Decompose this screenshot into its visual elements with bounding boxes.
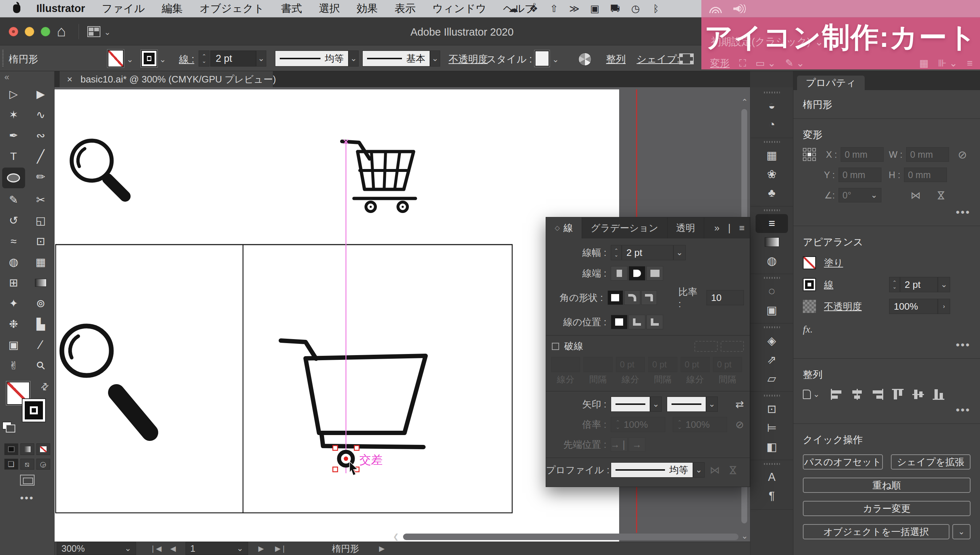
menu-item-2[interactable]: 編集 bbox=[161, 2, 183, 16]
export-icon[interactable]: ⇗ bbox=[750, 350, 793, 369]
home-icon[interactable]: ⌂ bbox=[57, 22, 66, 40]
stroke-swatch[interactable] bbox=[803, 278, 816, 291]
menu-item-6[interactable]: 効果 bbox=[357, 2, 378, 16]
shape-link[interactable]: シェイプ: bbox=[637, 53, 679, 66]
select-similar-button[interactable]: オブジェクトを一括選択 bbox=[803, 524, 949, 539]
style-swatch[interactable] bbox=[535, 51, 549, 66]
tool-pen-tool[interactable]: ✒ bbox=[0, 125, 27, 146]
tab-gradient[interactable]: グラデーション bbox=[582, 217, 668, 238]
stroke-label[interactable]: 線 : bbox=[179, 53, 194, 66]
tool-width-tool[interactable]: ≈ bbox=[0, 231, 27, 252]
fx-label[interactable]: fx. bbox=[803, 324, 970, 335]
align-icon-4[interactable] bbox=[912, 388, 924, 400]
tool-curvature-tool[interactable]: ∾ bbox=[27, 125, 55, 146]
butt-cap-button[interactable] bbox=[611, 266, 628, 281]
angle-field[interactable]: 0°⌄ bbox=[838, 188, 882, 202]
dashed-line-checkbox[interactable] bbox=[552, 343, 559, 350]
tool-rotate-tool[interactable]: ↺ bbox=[0, 210, 27, 231]
menu-item-7[interactable]: 表示 bbox=[395, 2, 416, 16]
profile-chevron[interactable]: ⌄ bbox=[693, 462, 705, 478]
dash-preset-2-icon[interactable] bbox=[721, 341, 744, 352]
drag-dots-icon[interactable] bbox=[764, 141, 780, 143]
stroke-icon[interactable]: ≡ bbox=[756, 214, 788, 233]
projecting-cap-button[interactable] bbox=[647, 266, 663, 281]
appearance-icon[interactable]: ◌ bbox=[750, 282, 793, 301]
first-artboard-icon[interactable]: ❘◀ bbox=[150, 542, 161, 555]
drag-dots-icon[interactable] bbox=[764, 209, 780, 211]
status-play-icon[interactable]: ▶ bbox=[379, 542, 385, 555]
stroke-width-dropdown[interactable]: ⌄ bbox=[938, 277, 950, 292]
color-guide-icon[interactable]: ◔ bbox=[750, 115, 793, 134]
tool-magic-wand-tool[interactable]: ✶ bbox=[0, 104, 27, 125]
tool-column-graph-tool[interactable]: ▙ bbox=[27, 314, 55, 334]
tool-selection-tool[interactable]: ▷ bbox=[0, 83, 27, 104]
menu-item-1[interactable]: ファイル bbox=[102, 2, 145, 16]
tool-gradient-tool[interactable] bbox=[27, 272, 55, 293]
tool-paintbrush-tool[interactable]: ✏ bbox=[27, 167, 55, 187]
tool-ellipse-tool[interactable] bbox=[2, 168, 25, 188]
document-tab[interactable]: × basic10.ai* @ 300% (CMYK/GPU プレビュー) bbox=[60, 71, 273, 87]
arrow-scale-2-field[interactable]: ⌃⌄100% bbox=[673, 417, 727, 432]
width-profile-chevron[interactable]: ⌄ bbox=[349, 51, 359, 66]
stroke-swatch[interactable] bbox=[141, 50, 157, 67]
zoom-window-button[interactable] bbox=[41, 27, 50, 36]
recolor-artwork-icon[interactable] bbox=[578, 53, 592, 66]
tool-eyedropper-tool[interactable]: ✦ bbox=[0, 293, 27, 314]
stroke-width-stepper[interactable]: ⌃⌄ bbox=[889, 277, 900, 292]
align-panel-icon[interactable]: ⊨ bbox=[750, 418, 793, 437]
select-similar-chevron[interactable]: ⌄ bbox=[953, 524, 970, 539]
tool-zoom-tool[interactable]: ⚲ bbox=[27, 355, 55, 376]
align-icon-5[interactable] bbox=[932, 388, 945, 400]
close-window-button[interactable] bbox=[9, 27, 18, 36]
tool-hand-tool[interactable]: ✌ bbox=[0, 355, 27, 376]
double-chevron-icon[interactable]: » bbox=[714, 223, 719, 234]
tool-symbol-sprayer-tool[interactable]: ❉ bbox=[0, 314, 27, 334]
weight-dropdown[interactable]: ⌄ bbox=[673, 245, 686, 260]
transparency-icon[interactable]: ◍ bbox=[750, 251, 793, 270]
dash-value-field-0[interactable] bbox=[551, 357, 580, 372]
offset-path-button[interactable]: パスのオフセット bbox=[803, 454, 883, 470]
menu-item-0[interactable]: Illustrator bbox=[36, 3, 85, 14]
opacity-label[interactable]: 不透明度 bbox=[824, 300, 862, 313]
dash-value-field-3[interactable]: 0 pt bbox=[648, 357, 677, 372]
transform-more-options[interactable]: ••• bbox=[803, 206, 970, 218]
tool-artboard-tool[interactable]: ▣ bbox=[0, 334, 27, 355]
tool-shape-builder-tool[interactable]: ◍ bbox=[0, 252, 27, 272]
stroke-width-field[interactable]: 2 pt bbox=[900, 277, 938, 292]
tool-free-transform-tool[interactable]: ⊡ bbox=[27, 231, 55, 252]
opacity-options-icon[interactable]: › bbox=[938, 299, 950, 314]
tool-slice-tool[interactable]: ∕ bbox=[27, 334, 55, 355]
swatches-icon[interactable]: ▦ bbox=[750, 146, 793, 165]
color-mode-button[interactable] bbox=[4, 443, 18, 455]
tool-scissors-tool[interactable]: ✂ bbox=[27, 189, 55, 210]
wifi-icon[interactable] bbox=[710, 4, 722, 13]
edit-toolbar-icon[interactable]: ••• bbox=[0, 492, 54, 504]
expand-shape-button[interactable]: シェイプを拡張 bbox=[891, 454, 971, 470]
paragraph-icon[interactable]: ¶ bbox=[750, 487, 793, 505]
stroke-color-chip[interactable] bbox=[22, 398, 46, 422]
align-icon-1[interactable] bbox=[851, 388, 863, 400]
bluetooth-icon[interactable]: ᛒ bbox=[650, 3, 661, 14]
transform-panel-icon[interactable]: ⊡ bbox=[750, 399, 793, 418]
tool-mesh-tool[interactable]: ⊞ bbox=[0, 272, 27, 293]
align-icon-0[interactable] bbox=[830, 388, 843, 400]
recolor-button[interactable]: カラー変更 bbox=[803, 501, 970, 516]
fast-forward-icon[interactable]: ≫ bbox=[569, 3, 580, 14]
close-tab-icon[interactable]: × bbox=[67, 74, 72, 85]
round-cap-button[interactable] bbox=[629, 266, 645, 281]
fill-swatch[interactable] bbox=[108, 50, 124, 67]
dropbox-icon[interactable]: ❖ bbox=[528, 3, 539, 14]
none-mode-button[interactable] bbox=[36, 443, 50, 455]
chevron-down-icon[interactable]: ⌄ bbox=[159, 55, 166, 64]
tool-type-tool[interactable]: T bbox=[0, 146, 27, 167]
dash-value-field-5[interactable]: 0 pt bbox=[713, 357, 742, 372]
width-profile-dropdown[interactable]: 均等 bbox=[275, 51, 349, 66]
stroke-label[interactable]: 線 bbox=[824, 278, 834, 291]
collapse-icon[interactable]: ◇ bbox=[555, 224, 560, 232]
zoom-level-dropdown[interactable]: 300% ⌄ bbox=[57, 542, 136, 555]
dash-value-field-2[interactable]: 0 pt bbox=[616, 357, 645, 372]
time-machine-icon[interactable]: ◷ bbox=[630, 3, 641, 14]
tool-pencil-tool[interactable]: ✎ bbox=[0, 189, 27, 210]
stroke-width-field[interactable]: 2 pt bbox=[210, 51, 256, 66]
align-icon-2[interactable] bbox=[871, 388, 883, 400]
